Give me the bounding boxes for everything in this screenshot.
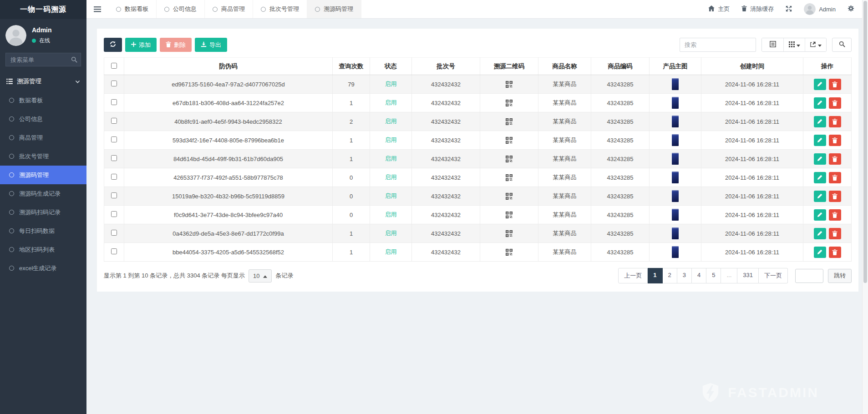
- hamburger-icon[interactable]: [86, 0, 108, 18]
- page-size-select[interactable]: 10: [249, 269, 272, 283]
- add-button[interactable]: 添加: [125, 38, 157, 52]
- page-number-button[interactable]: 2: [663, 268, 677, 283]
- qr-code-icon[interactable]: [506, 81, 513, 88]
- menu-search-input[interactable]: [5, 53, 81, 66]
- qr-code-icon[interactable]: [506, 137, 513, 144]
- product-image[interactable]: [672, 246, 679, 258]
- qr-code-icon[interactable]: [506, 156, 513, 162]
- delete-row-button[interactable]: [829, 209, 841, 221]
- qr-code-icon[interactable]: [506, 118, 513, 125]
- product-image[interactable]: [672, 153, 679, 165]
- delete-row-button[interactable]: [829, 79, 841, 90]
- qr-code-icon[interactable]: [506, 193, 513, 200]
- sidebar-item-company-info[interactable]: 公司信息: [0, 110, 86, 128]
- page-number-button[interactable]: 331: [737, 268, 759, 283]
- clear-cache-link[interactable]: 清除缓存: [736, 0, 780, 18]
- tab-product-mgmt[interactable]: 商品管理: [205, 0, 253, 18]
- row-checkbox[interactable]: [111, 155, 117, 161]
- export-dropdown-button[interactable]: [805, 38, 826, 51]
- delete-row-button[interactable]: [829, 172, 841, 183]
- product-image[interactable]: [672, 209, 679, 221]
- product-image[interactable]: [672, 78, 679, 90]
- settings-menu[interactable]: [842, 0, 860, 18]
- search-toggle-button[interactable]: [832, 38, 852, 52]
- page-next-button[interactable]: 下一页: [759, 268, 788, 283]
- product-image[interactable]: [672, 190, 679, 202]
- product-image[interactable]: [672, 97, 679, 109]
- product-name: 某某商品: [538, 94, 591, 112]
- table-search-input[interactable]: [680, 38, 756, 52]
- qr-code-icon[interactable]: [506, 230, 513, 237]
- sidebar-item-trace-code-generate-log[interactable]: 溯源码生成记录: [0, 184, 86, 203]
- tab-batch-mgmt[interactable]: 批次号管理: [253, 0, 307, 18]
- select-all-checkbox[interactable]: [111, 63, 117, 69]
- delete-row-button[interactable]: [829, 228, 841, 239]
- fullscreen-button[interactable]: [780, 0, 798, 18]
- tab-data-dashboard[interactable]: 数据看板: [108, 0, 157, 18]
- sidebar-item-region-scan-list[interactable]: 地区扫码列表: [0, 240, 86, 259]
- edit-row-button[interactable]: [814, 153, 826, 165]
- row-checkbox[interactable]: [111, 136, 117, 142]
- delete-row-button[interactable]: [829, 97, 841, 109]
- page-jump-button[interactable]: 跳转: [828, 269, 852, 283]
- detail-view-button[interactable]: [762, 38, 783, 51]
- edit-row-button[interactable]: [814, 228, 826, 239]
- tab-company-info[interactable]: 公司信息: [157, 0, 205, 18]
- sidebar-item-data-dashboard[interactable]: 数据看板: [0, 91, 86, 110]
- product-image[interactable]: [672, 116, 679, 127]
- product-image[interactable]: [672, 134, 679, 146]
- sidebar-item-batch-mgmt[interactable]: 批次号管理: [0, 147, 86, 166]
- edit-row-button[interactable]: [814, 79, 826, 90]
- sidebar-item-daily-scan-data[interactable]: 每日扫码数据: [0, 222, 86, 240]
- page-prev-button[interactable]: 上一页: [618, 268, 648, 283]
- columns-dropdown-button[interactable]: [783, 38, 805, 51]
- page-number-button[interactable]: 1: [648, 268, 662, 283]
- export-button[interactable]: 导出: [195, 38, 227, 52]
- vertical-scrollbar[interactable]: [862, 0, 868, 414]
- sidebar-item-product-mgmt[interactable]: 商品管理: [0, 128, 86, 147]
- row-checkbox[interactable]: [111, 248, 117, 254]
- qr-code-icon[interactable]: [506, 100, 513, 106]
- delete-row-button[interactable]: [829, 153, 841, 165]
- page-number-button[interactable]: 5: [706, 268, 721, 283]
- delete-row-button[interactable]: [829, 116, 841, 127]
- delete-row-button[interactable]: [829, 191, 841, 202]
- row-checkbox[interactable]: [111, 211, 117, 217]
- delete-row-button[interactable]: [829, 247, 841, 258]
- row-checkbox[interactable]: [111, 230, 117, 236]
- sidebar-menu-header[interactable]: 溯源管理: [0, 72, 86, 91]
- row-checkbox[interactable]: [111, 174, 117, 180]
- user-status: 在线: [32, 37, 52, 45]
- qr-code-icon[interactable]: [506, 249, 513, 256]
- row-checkbox[interactable]: [111, 81, 117, 86]
- edit-row-button[interactable]: [814, 172, 826, 183]
- delete-row-button[interactable]: [829, 135, 841, 146]
- scrollbar-thumb[interactable]: [863, 1, 867, 283]
- product-image[interactable]: [672, 172, 679, 183]
- search-icon[interactable]: [71, 56, 77, 64]
- edit-row-button[interactable]: [814, 97, 826, 109]
- sidebar-item-trace-code-mgmt[interactable]: 溯源码管理: [0, 166, 86, 184]
- user-menu[interactable]: Admin: [798, 0, 842, 18]
- refresh-button[interactable]: [104, 38, 122, 52]
- qr-code-icon[interactable]: [506, 212, 513, 218]
- query-count: 0: [333, 168, 370, 187]
- row-checkbox[interactable]: [111, 192, 117, 198]
- delete-button[interactable]: 删除: [160, 38, 192, 52]
- row-checkbox[interactable]: [111, 118, 117, 124]
- page-number-button[interactable]: 3: [677, 268, 692, 283]
- sidebar-item-excel-generate-log[interactable]: excel生成记录: [0, 259, 86, 278]
- tab-trace-code-mgmt[interactable]: 溯源码管理: [307, 0, 361, 18]
- qr-code-icon[interactable]: [506, 174, 513, 181]
- edit-row-button[interactable]: [814, 247, 826, 258]
- row-checkbox[interactable]: [111, 99, 117, 105]
- edit-row-button[interactable]: [814, 135, 826, 146]
- sidebar-item-trace-code-scan-log[interactable]: 溯源码扫码记录: [0, 203, 86, 222]
- page-number-button[interactable]: 4: [692, 268, 706, 283]
- product-image[interactable]: [672, 227, 679, 239]
- edit-row-button[interactable]: [814, 191, 826, 202]
- page-jump-input[interactable]: [795, 269, 823, 283]
- edit-row-button[interactable]: [814, 209, 826, 221]
- edit-row-button[interactable]: [814, 116, 826, 127]
- home-link[interactable]: 主页: [702, 0, 736, 18]
